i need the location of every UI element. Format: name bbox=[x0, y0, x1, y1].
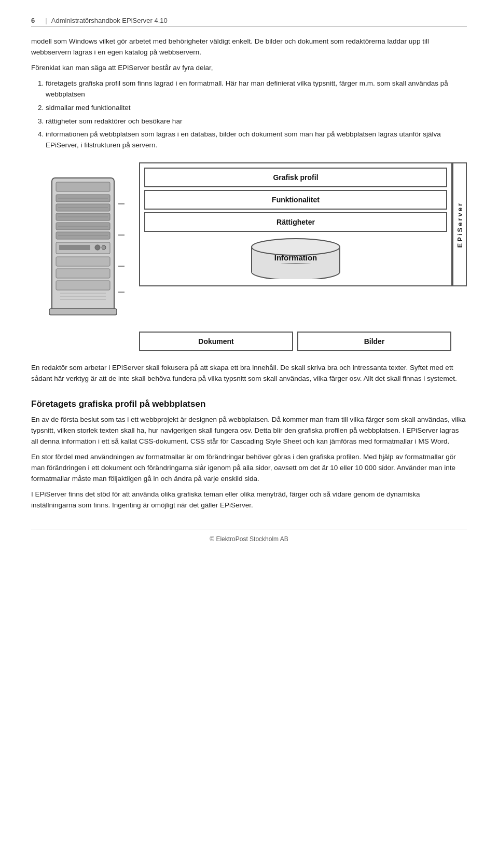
header-separator: | bbox=[45, 17, 47, 24]
svg-rect-13 bbox=[59, 245, 90, 250]
svg-rect-16 bbox=[56, 257, 110, 266]
server-svg bbox=[42, 162, 125, 328]
server-illustration bbox=[31, 162, 135, 328]
page-number: 6 bbox=[31, 17, 35, 24]
boxes-and-episerver: Grafisk profil Funktionalitet Rättighete… bbox=[139, 162, 467, 286]
episerver-label: EPiServer bbox=[456, 202, 464, 247]
below-boxes: Dokument Bilder bbox=[139, 332, 451, 351]
information-cylinder: Information bbox=[249, 238, 342, 279]
section2-title: Företagets grafiska profil på webbplatse… bbox=[31, 399, 467, 409]
svg-rect-30 bbox=[252, 264, 339, 273]
page-header: 6 | Administratörshandbok EPiServer 4.10 bbox=[31, 17, 467, 27]
list-item-1: företagets grafiska profil som finns lag… bbox=[46, 78, 467, 100]
svg-rect-22 bbox=[49, 309, 117, 315]
bilder-box: Bilder bbox=[297, 332, 451, 351]
svg-rect-18 bbox=[56, 281, 110, 290]
page-footer: © ElektroPost Stockholm AB bbox=[31, 530, 467, 543]
section2-p2: En stor fördel med användningen av forma… bbox=[31, 452, 467, 485]
list-item-4: informationen på webbplatsen som lagras … bbox=[46, 129, 467, 151]
dokument-box: Dokument bbox=[139, 332, 293, 351]
diagram-main-row: Grafisk profil Funktionalitet Rättighete… bbox=[31, 162, 467, 328]
section2-p1: En av de första beslut som tas i ett web… bbox=[31, 415, 467, 447]
svg-rect-17 bbox=[56, 269, 110, 278]
list-item-3: rättigheter som redaktörer och besökare … bbox=[46, 116, 467, 127]
page: 6 | Administratörshandbok EPiServer 4.10… bbox=[0, 0, 498, 868]
funktionalitet-box: Funktionalitet bbox=[144, 190, 447, 210]
svg-rect-1 bbox=[56, 182, 110, 191]
four-parts-list: företagets grafiska profil som finns lag… bbox=[46, 78, 467, 151]
list-item-2: sidmallar med funktionalitet bbox=[46, 103, 467, 114]
redaktor-paragraph: En redaktör som arbetar i EPiServer skal… bbox=[31, 363, 467, 384]
svg-text:Information: Information bbox=[274, 253, 317, 262]
episerver-sidebar: EPiServer bbox=[452, 162, 467, 286]
header-title: Administratörshandbok EPiServer 4.10 bbox=[51, 17, 168, 24]
intro-paragraph: modell som Windows vilket gör arbetet me… bbox=[31, 36, 467, 58]
section2-p3: I EPiServer finns det stöd för att använ… bbox=[31, 489, 467, 511]
rattigheter-box: Rättigheter bbox=[144, 212, 447, 232]
grafisk-profil-box: Grafisk profil bbox=[144, 168, 447, 187]
four-parts-intro: Förenklat kan man säga att EPiServer bes… bbox=[31, 63, 467, 74]
information-box: Information bbox=[144, 235, 447, 281]
svg-point-14 bbox=[95, 245, 100, 250]
svg-point-15 bbox=[102, 245, 106, 250]
footer-text: © ElektroPost Stockholm AB bbox=[210, 535, 288, 543]
episerver-diagram: Grafisk profil Funktionalitet Rättighete… bbox=[31, 162, 467, 351]
boxes-column: Grafisk profil Funktionalitet Rättighete… bbox=[139, 162, 452, 286]
